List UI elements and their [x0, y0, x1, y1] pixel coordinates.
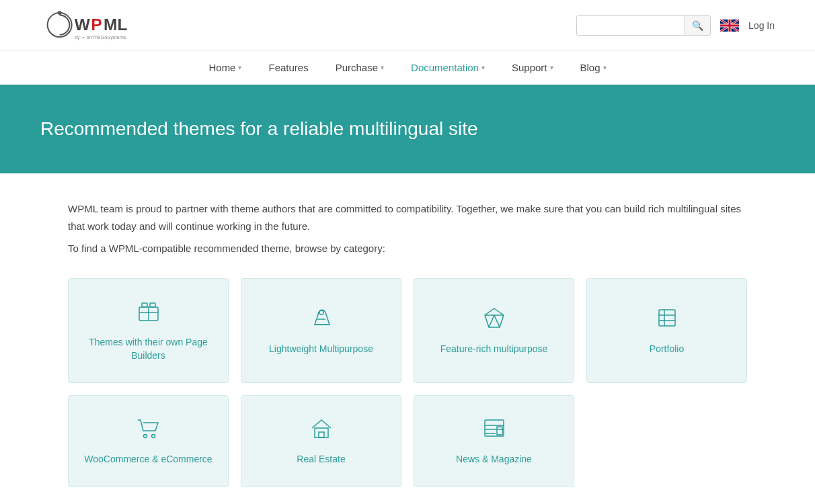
svg-rect-10: [150, 303, 155, 307]
login-button[interactable]: Log In: [748, 20, 775, 31]
category-card-woocommerce[interactable]: WooCommerce & eCommerce: [68, 395, 229, 487]
language-flag[interactable]: [720, 19, 739, 32]
card-label-page-builders: Themes with their own Page Builders: [82, 336, 215, 362]
nav-features[interactable]: Features: [255, 51, 321, 84]
gift-icon: [137, 299, 161, 327]
svg-point-24: [143, 435, 147, 438]
svg-text:⚬ onTheGoSystems: ⚬ onTheGoSystems: [81, 34, 126, 40]
cart-icon: [137, 416, 161, 444]
search-bar[interactable]: 🔍: [576, 15, 711, 36]
svg-line-19: [494, 315, 500, 327]
svg-point-1: [58, 11, 62, 15]
nav-support[interactable]: Support ▾: [498, 51, 567, 84]
logo-area: W P ML by ⚬ onTheGoSystems: [40, 7, 161, 44]
categories-row-2: WooCommerce & eCommerce Real Estate: [68, 395, 747, 487]
categories-row-1: Themes with their own Page Builders Ligh…: [68, 278, 747, 383]
main-content: WPML team is proud to partner with theme…: [54, 173, 761, 504]
svg-rect-32: [497, 427, 502, 435]
nav-purchase[interactable]: Purchase ▾: [322, 51, 397, 84]
nav-blog-arrow: ▾: [603, 64, 607, 71]
card-label-woocommerce: WooCommerce & eCommerce: [84, 453, 212, 466]
header-right: 🔍 Log In: [576, 15, 775, 36]
category-card-lightweight[interactable]: Lightweight Multipurpose: [241, 278, 401, 383]
hero-banner: Recommended themes for a reliable multil…: [0, 85, 815, 173]
newspaper-icon: [482, 416, 506, 444]
nav-blog[interactable]: Blog ▾: [567, 51, 620, 84]
svg-rect-27: [319, 432, 324, 437]
card-label-lightweight: Lightweight Multipurpose: [269, 343, 373, 356]
home-icon: [309, 416, 334, 444]
svg-text:W: W: [75, 15, 91, 34]
pen-icon: [309, 306, 334, 333]
card-label-news-magazine: News & Magazine: [456, 453, 532, 466]
nav-home-arrow: ▾: [238, 64, 241, 71]
category-card-page-builders[interactable]: Themes with their own Page Builders: [68, 278, 229, 383]
card-label-portfolio: Portfolio: [650, 343, 684, 356]
category-card-empty: [586, 395, 747, 487]
layers-icon: [655, 306, 679, 333]
nav-support-arrow: ▾: [550, 64, 553, 71]
svg-text:P: P: [91, 15, 102, 34]
search-input[interactable]: [577, 16, 685, 35]
svg-point-25: [151, 435, 155, 438]
nav-purchase-arrow: ▾: [381, 64, 384, 71]
header: W P ML by ⚬ onTheGoSystems 🔍 Log In: [0, 0, 815, 51]
category-card-feature-rich[interactable]: Feature-rich multipurpose: [414, 278, 574, 383]
svg-rect-9: [142, 303, 147, 307]
intro-paragraph-2: To find a WPML-compatible recommended th…: [68, 243, 747, 254]
svg-point-15: [319, 310, 323, 314]
search-button[interactable]: 🔍: [685, 16, 710, 35]
category-card-real-estate[interactable]: Real Estate: [241, 395, 401, 487]
card-label-real-estate: Real Estate: [297, 453, 345, 466]
svg-rect-26: [315, 428, 328, 437]
svg-line-18: [489, 315, 494, 327]
svg-marker-16: [485, 308, 504, 327]
nav-documentation-arrow: ▾: [481, 64, 485, 71]
logo[interactable]: W P ML by ⚬ onTheGoSystems: [40, 7, 161, 44]
svg-text:ML: ML: [104, 15, 127, 34]
intro-paragraph-1: WPML team is proud to partner with theme…: [68, 200, 747, 235]
nav-home[interactable]: Home ▾: [195, 51, 255, 84]
category-card-news-magazine[interactable]: News & Magazine: [414, 395, 574, 487]
category-card-portfolio[interactable]: Portfolio: [586, 278, 747, 383]
diamond-icon: [482, 306, 506, 333]
navbar: Home ▾ Features Purchase ▾ Documentation…: [0, 51, 815, 85]
nav-documentation[interactable]: Documentation ▾: [397, 51, 498, 84]
svg-rect-20: [659, 310, 675, 326]
svg-text:by: by: [75, 34, 80, 40]
svg-point-0: [48, 13, 72, 37]
hero-title: Recommended themes for a reliable multil…: [40, 118, 775, 140]
card-label-feature-rich: Feature-rich multipurpose: [440, 343, 548, 356]
